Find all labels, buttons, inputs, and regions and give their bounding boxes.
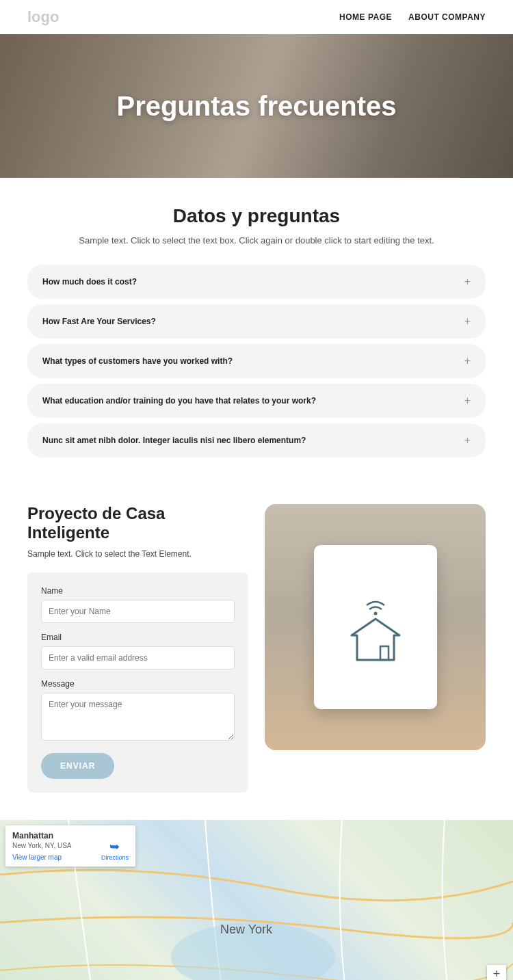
plus-icon: + (464, 315, 471, 328)
faq-subtitle: Sample text. Click to select the text bo… (27, 235, 486, 246)
message-input[interactable] (41, 693, 235, 741)
plus-icon: + (464, 355, 471, 367)
tablet-device (314, 545, 437, 709)
map-city-label: New York (220, 922, 272, 936)
contact-left: Proyecto de Casa Inteligente Sample text… (27, 504, 248, 793)
contact-form: Name Email Message ENVIAR (27, 572, 248, 793)
contact-image-wrap (265, 504, 486, 793)
logo[interactable]: logo (27, 8, 59, 26)
contact-subtitle: Sample text. Click to select the Text El… (27, 549, 248, 559)
nav-home[interactable]: HOME PAGE (339, 12, 392, 22)
contact-title: Proyecto de Casa Inteligente (27, 504, 248, 542)
name-input[interactable] (41, 600, 235, 623)
accordion-item[interactable]: How Fast Are Your Services? + (27, 304, 486, 339)
map[interactable]: Manhattan New York, NY, USA View larger … (0, 820, 513, 980)
email-label: Email (41, 633, 235, 642)
accordion-question: What types of customers have you worked … (42, 356, 233, 366)
accordion-question: What education and/or training do you ha… (42, 396, 316, 406)
submit-button[interactable]: ENVIAR (41, 753, 114, 779)
name-label: Name (41, 586, 235, 596)
svg-rect-1 (380, 646, 389, 660)
plus-icon: + (464, 276, 471, 288)
hero-title: Preguntas frecuentes (116, 91, 396, 122)
accordion-item[interactable]: What education and/or training do you ha… (27, 384, 486, 418)
nav-about[interactable]: ABOUT COMPANY (408, 12, 486, 22)
svg-point-0 (373, 612, 377, 615)
contact-section: Proyecto de Casa Inteligente Sample text… (0, 497, 513, 820)
accordion-question: How Fast Are Your Services? (42, 317, 156, 326)
plus-icon: + (464, 434, 471, 447)
email-input[interactable] (41, 646, 235, 670)
directions-button[interactable]: ➥ Directions (101, 839, 129, 861)
directions-icon: ➥ (101, 839, 129, 854)
faq-title: Datos y preguntas (27, 205, 486, 227)
map-zoom-controls: + − (487, 965, 506, 980)
message-label: Message (41, 679, 235, 689)
accordion-question: Nunc sit amet nibh dolor. Integer iaculi… (42, 436, 306, 445)
map-info-title: Manhattan (12, 831, 72, 840)
header: logo HOME PAGE ABOUT COMPANY (0, 0, 513, 34)
hero-banner: Preguntas frecuentes (0, 34, 513, 178)
accordion-question: How much does it cost? (42, 277, 137, 287)
accordion-item[interactable]: How much does it cost? + (27, 265, 486, 299)
device-image (265, 504, 486, 750)
accordion-item[interactable]: What types of customers have you worked … (27, 344, 486, 378)
plus-icon: + (464, 395, 471, 407)
directions-label: Directions (101, 854, 129, 861)
map-info-card: Manhattan New York, NY, USA View larger … (5, 825, 135, 866)
faq-section: Datos y preguntas Sample text. Click to … (0, 178, 513, 497)
view-larger-map-link[interactable]: View larger map (12, 853, 72, 861)
map-info-address: New York, NY, USA (12, 842, 72, 849)
accordion-item[interactable]: Nunc sit amet nibh dolor. Integer iaculi… (27, 423, 486, 458)
smart-home-icon (338, 586, 413, 668)
zoom-in-button[interactable]: + (487, 965, 506, 980)
main-nav: HOME PAGE ABOUT COMPANY (339, 12, 486, 22)
